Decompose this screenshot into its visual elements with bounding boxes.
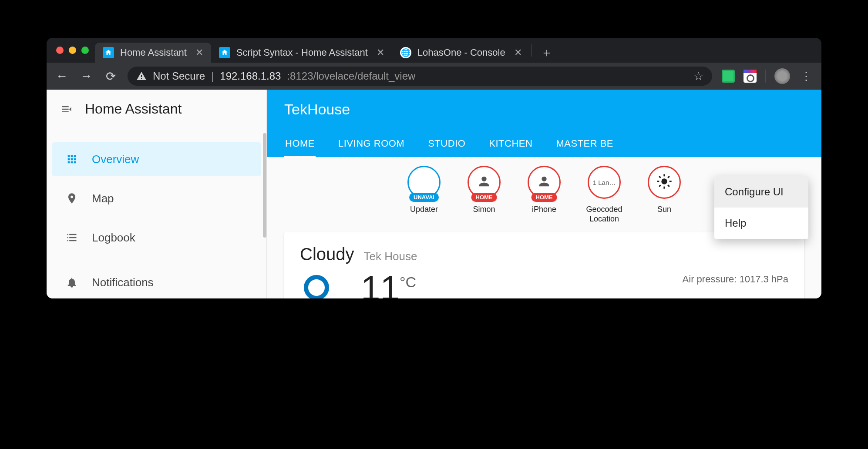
- extension-icon[interactable]: [722, 70, 735, 83]
- svg-point-0: [661, 178, 667, 184]
- badge-sun[interactable]: Sun: [641, 166, 688, 224]
- badge-simon[interactable]: HOME Simon: [461, 166, 508, 224]
- view-tab-living-room[interactable]: LIVING ROOM: [337, 134, 405, 157]
- sidebar-item-map[interactable]: Map: [52, 181, 261, 215]
- weather-card[interactable]: Cloudy Tek House 11°C Air pressure: 1017…: [284, 232, 804, 298]
- reload-button[interactable]: ⟳: [103, 69, 118, 84]
- badge-circle: 1 Lan…: [588, 166, 621, 199]
- tab-title: Home Assistant: [120, 47, 187, 58]
- close-tab-icon[interactable]: ✕: [193, 47, 203, 58]
- state-pill: HOME: [532, 193, 557, 202]
- sidebar-item-label: Map: [92, 192, 114, 205]
- separator: [765, 70, 766, 83]
- badge-iphone[interactable]: HOME iPhone: [521, 166, 568, 224]
- svg-line-6: [668, 185, 670, 187]
- sidebar-item-label: Overview: [92, 153, 139, 166]
- home-assistant-favicon-icon: [219, 47, 230, 58]
- weather-location: Tek House: [364, 250, 417, 263]
- tab-title: Script Syntax - Home Assistant: [236, 47, 368, 58]
- sidebar-item-overview[interactable]: Overview: [52, 142, 261, 176]
- sidebar-item-label: Notifications: [92, 276, 154, 289]
- maximize-window-button[interactable]: [81, 47, 89, 54]
- browser-tab-0[interactable]: Home Assistant ✕: [95, 43, 211, 63]
- view-tab-master-be[interactable]: MASTER BE: [555, 134, 614, 157]
- svg-point-9: [306, 277, 327, 298]
- menu-item-configure-ui[interactable]: Configure UI: [714, 176, 808, 208]
- map-pin-icon: [65, 191, 79, 205]
- badge-geocoded-location[interactable]: 1 Lan… Geocoded Location: [581, 166, 628, 224]
- not-secure-label: Not Secure: [153, 70, 205, 82]
- sidebar-items: Overview Map Logbook: [47, 127, 266, 298]
- menu-item-help[interactable]: Help: [714, 208, 808, 239]
- badge-circle: [648, 166, 681, 199]
- page-content: Home Assistant Overview Map: [47, 90, 821, 298]
- bell-icon: [65, 275, 79, 289]
- badge-label: Sun: [657, 205, 671, 214]
- grid-icon: [65, 152, 79, 166]
- weather-body: 11°C Air pressure: 1017.3 hPa: [300, 271, 788, 298]
- view-tab-studio[interactable]: STUDIO: [427, 134, 466, 157]
- weather-condition: Cloudy: [300, 245, 354, 264]
- browser-tabs: Home Assistant ✕ Script Syntax - Home As…: [95, 38, 816, 63]
- cloudy-icon: [300, 271, 343, 298]
- overflow-menu: Configure UI Help: [714, 176, 808, 239]
- browser-tab-2[interactable]: 🌐 LohasOne - Console ✕: [392, 43, 530, 63]
- browser-tab-1[interactable]: Script Syntax - Home Assistant ✕: [211, 43, 392, 63]
- sidebar-item-logbook[interactable]: Logbook: [52, 221, 261, 255]
- tab-title: LohasOne - Console: [417, 47, 505, 58]
- app-title: Home Assistant: [85, 101, 182, 117]
- badge-label: Geocoded Location: [581, 205, 628, 224]
- sidebar-header: Home Assistant: [47, 90, 266, 127]
- collapse-sidebar-icon[interactable]: [60, 102, 74, 116]
- state-pill: HOME: [471, 193, 497, 202]
- sidebar: Home Assistant Overview Map: [47, 90, 267, 298]
- titlebar: Home Assistant ✕ Script Syntax - Home As…: [47, 38, 821, 63]
- svg-line-5: [659, 176, 661, 178]
- new-tab-button[interactable]: ＋: [534, 43, 560, 63]
- badge-label: iPhone: [532, 205, 556, 214]
- state-pill: UNAVAI: [409, 193, 439, 202]
- close-tab-icon[interactable]: ✕: [511, 47, 522, 58]
- badge-circle: HOME: [468, 166, 501, 199]
- forward-button[interactable]: →: [79, 69, 94, 83]
- badge-updater[interactable]: UNAVAI Updater: [400, 166, 447, 224]
- url-separator: |: [211, 70, 214, 82]
- person-icon: [477, 174, 491, 191]
- bookmark-star-icon[interactable]: ☆: [693, 70, 703, 83]
- badge-label: Updater: [410, 205, 438, 214]
- badge-label: Simon: [473, 205, 495, 214]
- extension-icon[interactable]: [744, 70, 757, 83]
- divider: [47, 260, 266, 260]
- weather-header: Cloudy Tek House: [300, 245, 788, 264]
- temperature: 11°C: [361, 271, 416, 298]
- close-window-button[interactable]: [56, 47, 64, 54]
- view-tabs: HOME LIVING ROOM STUDIO KITCHEN MASTER B…: [284, 134, 804, 157]
- profile-avatar[interactable]: [774, 68, 790, 84]
- svg-line-8: [668, 176, 670, 178]
- view-tab-kitchen[interactable]: KITCHEN: [488, 134, 533, 157]
- svg-line-7: [659, 185, 661, 187]
- address-bar[interactable]: Not Secure | 192.168.1.83:8123/lovelace/…: [128, 67, 712, 86]
- url-path: :8123/lovelace/default_view: [287, 70, 415, 82]
- home-assistant-favicon-icon: [103, 47, 114, 58]
- air-pressure: Air pressure: 1017.3 hPa: [683, 271, 788, 285]
- dashboard-title: TekHouse: [284, 101, 804, 134]
- tab-separator: [532, 44, 532, 57]
- sidebar-item-label: Logbook: [92, 231, 135, 245]
- sidebar-scrollbar[interactable]: [263, 133, 266, 238]
- sidebar-item-notifications[interactable]: Notifications: [52, 265, 261, 298]
- badge-circle: HOME: [528, 166, 561, 199]
- back-button[interactable]: ←: [54, 69, 69, 83]
- window-controls: [52, 38, 95, 63]
- view-tab-home[interactable]: HOME: [284, 134, 316, 157]
- globe-favicon-icon: 🌐: [400, 47, 411, 58]
- browser-toolbar: ← → ⟳ Not Secure | 192.168.1.83:8123/lov…: [47, 63, 821, 90]
- badge-text: 1 Lan…: [593, 179, 616, 186]
- person-icon: [537, 174, 552, 191]
- badge-circle: UNAVAI: [407, 166, 441, 199]
- close-tab-icon[interactable]: ✕: [374, 47, 384, 58]
- minimize-window-button[interactable]: [69, 47, 76, 54]
- list-icon: [65, 231, 79, 245]
- browser-menu-icon[interactable]: ⋮: [799, 70, 814, 83]
- url-host: 192.168.1.83: [220, 70, 281, 82]
